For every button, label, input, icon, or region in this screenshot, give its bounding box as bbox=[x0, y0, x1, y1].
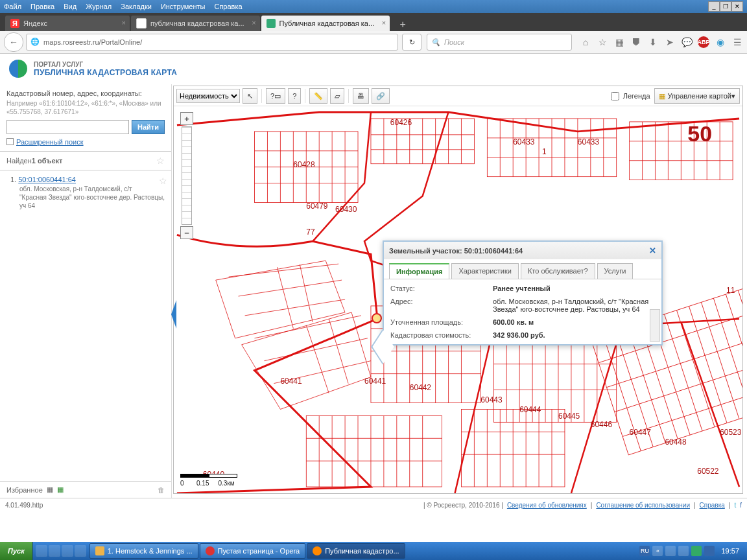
search-bar[interactable]: 🔍 Поиск bbox=[427, 34, 572, 51]
star-icon[interactable]: ☆ bbox=[159, 176, 167, 186]
info-tabs: Информация Характеристики Кто обслуживае… bbox=[384, 259, 661, 279]
browser-tabstrip: Я Яндекс × публичная кадастровая ка... ×… bbox=[0, 13, 747, 31]
yandex-icon: Я bbox=[10, 19, 19, 28]
close-icon[interactable]: ✕ bbox=[649, 246, 656, 255]
page-status-bar: 4.01.499.http | © Росреестр, 2010-2016 |… bbox=[0, 498, 747, 511]
taskbar-button[interactable]: 1. Hemstock & Jennings ... bbox=[89, 543, 198, 559]
trash-icon[interactable]: 🗑 bbox=[158, 486, 165, 494]
menu-edit[interactable]: Правка bbox=[30, 3, 54, 10]
home-icon[interactable]: ⌂ bbox=[580, 36, 591, 48]
facebook-icon[interactable]: f bbox=[740, 502, 742, 509]
terms-link[interactable]: Соглашение об использовании bbox=[596, 502, 690, 509]
chat-icon[interactable]: 💬 bbox=[681, 36, 693, 48]
window-close-button[interactable]: ✕ bbox=[731, 1, 743, 12]
version-text: 4.01.499.http bbox=[5, 502, 43, 509]
window-minimize-button[interactable]: _ bbox=[708, 1, 720, 12]
ql-icon[interactable] bbox=[49, 545, 60, 557]
svg-text:60433: 60433 bbox=[513, 137, 535, 146]
result-link[interactable]: 50:01:0060441:64 bbox=[18, 176, 76, 183]
close-icon[interactable]: × bbox=[122, 19, 126, 27]
tab-service[interactable]: Кто обслуживает? bbox=[521, 263, 595, 279]
tab-characteristics[interactable]: Характеристики bbox=[451, 263, 519, 279]
close-icon[interactable]: × bbox=[382, 19, 386, 27]
svg-text:60479: 60479 bbox=[306, 202, 328, 211]
help-link[interactable]: Справка bbox=[700, 502, 725, 509]
tab-label: Публичная кадастровая ка... bbox=[279, 19, 375, 27]
zoom-track[interactable] bbox=[182, 126, 192, 225]
tab-information[interactable]: Информация bbox=[389, 263, 449, 279]
result-index: 1. bbox=[10, 176, 16, 183]
menu-history[interactable]: Журнал bbox=[86, 3, 112, 10]
export-icon[interactable]: ▦ bbox=[47, 485, 53, 494]
menu-file[interactable]: Файл bbox=[4, 3, 21, 10]
tray-icon[interactable] bbox=[704, 546, 715, 556]
menu-bookmarks[interactable]: Закладки bbox=[121, 3, 152, 10]
menu-help[interactable]: Справка bbox=[214, 3, 242, 10]
ql-icon[interactable] bbox=[75, 545, 86, 557]
info-tool-button[interactable]: ?▭ bbox=[266, 88, 285, 104]
tab-google-search[interactable]: публичная кадастровая ка... × bbox=[131, 16, 260, 31]
ql-icon[interactable] bbox=[62, 545, 73, 557]
tab-yandex[interactable]: Я Яндекс × bbox=[5, 16, 130, 31]
send-icon[interactable]: ➤ bbox=[664, 36, 676, 48]
twitter-icon[interactable]: t bbox=[734, 502, 736, 509]
manage-map-button[interactable]: ▦Управление картой ▾ bbox=[654, 88, 740, 104]
tray-icon[interactable] bbox=[691, 546, 702, 556]
svg-text:60428: 60428 bbox=[293, 160, 315, 169]
window-restore-button[interactable]: ❐ bbox=[720, 1, 731, 12]
object-type-select[interactable]: Недвижимость bbox=[176, 89, 240, 103]
downloads-icon[interactable]: ⬇ bbox=[647, 36, 659, 48]
browser-toolbar: ← 🌐 maps.rosreestr.ru/PortalOnline/ ↻ 🔍 … bbox=[0, 31, 747, 54]
tray-icon[interactable] bbox=[678, 546, 689, 556]
zoom-out-button[interactable]: − bbox=[180, 226, 193, 239]
tab-label: Яндекс bbox=[23, 19, 47, 27]
close-icon[interactable]: × bbox=[252, 19, 255, 27]
export-xls-icon[interactable]: ▦ bbox=[57, 485, 64, 494]
result-address: обл. Московская, р-н Талдомский, с/т "Кр… bbox=[10, 185, 167, 210]
abp-icon[interactable]: ABP bbox=[698, 36, 709, 48]
reload-button[interactable]: ↻ bbox=[402, 34, 421, 51]
search-button[interactable]: Найти bbox=[132, 120, 165, 134]
bookmark-star-icon[interactable]: ☆ bbox=[597, 36, 608, 48]
lang-indicator[interactable]: RU bbox=[639, 546, 650, 556]
tab-services[interactable]: Услуги bbox=[597, 263, 634, 279]
star-icon[interactable]: ☆ bbox=[156, 156, 165, 166]
menu-tools[interactable]: Инструменты bbox=[161, 3, 206, 10]
taskbar-clock[interactable]: 19:57 bbox=[717, 547, 743, 555]
favorites-bar: Избранное ▦ ▦ 🗑 bbox=[0, 481, 171, 498]
measure-line-button[interactable]: 📏 bbox=[309, 88, 327, 104]
new-tab-button[interactable]: + bbox=[395, 18, 410, 31]
address-bar[interactable]: 🌐 maps.rosreestr.ru/PortalOnline/ bbox=[26, 34, 398, 51]
start-button[interactable]: Пуск bbox=[0, 542, 33, 560]
scrollbar[interactable] bbox=[650, 309, 660, 342]
back-button[interactable]: ← bbox=[4, 32, 23, 52]
site-icon bbox=[267, 19, 276, 28]
extended-search-link[interactable]: Расширенный поиск bbox=[6, 138, 165, 146]
pointer-tool-button[interactable]: ↖ bbox=[243, 88, 257, 104]
browser-menubar: Файл Правка Вид Журнал Закладки Инструме… bbox=[0, 0, 747, 13]
svg-text:50: 50 bbox=[687, 121, 712, 146]
tray-icon[interactable] bbox=[665, 546, 676, 556]
updates-link[interactable]: Сведения об обновлениях bbox=[507, 502, 587, 509]
zoom-in-button[interactable]: + bbox=[180, 112, 193, 125]
tray-icon[interactable]: « bbox=[652, 546, 663, 556]
pocket-icon[interactable]: ⛊ bbox=[630, 36, 642, 48]
link-button[interactable]: 🔗 bbox=[372, 88, 390, 104]
svg-text:60447: 60447 bbox=[630, 428, 652, 437]
ql-icon[interactable] bbox=[36, 545, 47, 557]
hamburger-icon[interactable]: ☰ bbox=[731, 36, 743, 48]
library-icon[interactable]: ▦ bbox=[613, 36, 625, 48]
scale-bar: 0 0.15 0.3км bbox=[180, 474, 237, 487]
legend-checkbox[interactable]: Легенда bbox=[608, 90, 650, 102]
measure-area-button[interactable]: ▱ bbox=[330, 88, 344, 104]
tab-rosreestr[interactable]: Публичная кадастровая ка... × bbox=[261, 16, 390, 31]
taskbar-button[interactable]: Публичная кадастро... bbox=[307, 543, 405, 559]
taskbar-button[interactable]: Пустая страница - Opera bbox=[200, 543, 306, 559]
print-button[interactable]: 🖶 bbox=[353, 88, 369, 104]
info-window-titlebar: Земельный участок: 50:01:0060441:64 ✕ bbox=[384, 242, 661, 259]
menu-view[interactable]: Вид bbox=[64, 3, 77, 10]
ext-icon[interactable]: ◉ bbox=[715, 36, 726, 48]
search-input[interactable] bbox=[6, 120, 129, 134]
help-tool-button[interactable]: ? bbox=[288, 88, 301, 104]
result-item[interactable]: 1. 50:01:0060441:64 ☆ обл. Московская, р… bbox=[0, 170, 171, 215]
